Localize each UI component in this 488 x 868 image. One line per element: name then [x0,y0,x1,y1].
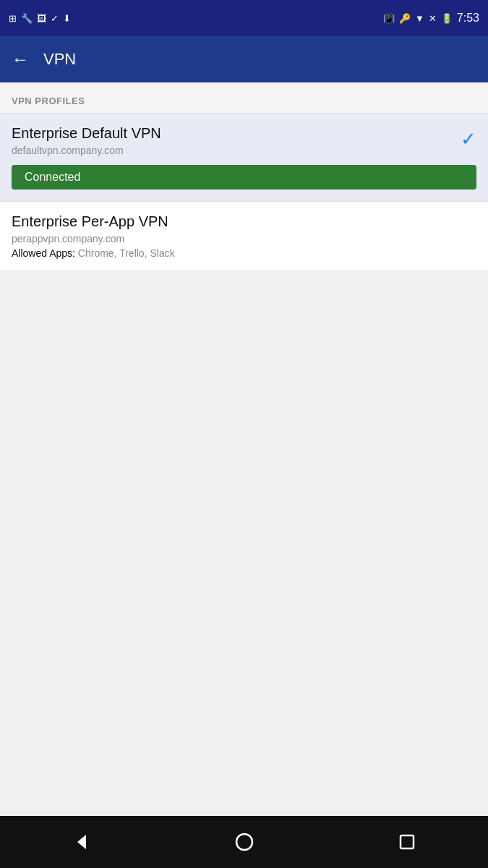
wrench-icon: 🔧 [21,13,33,24]
vpn-profile-default[interactable]: Enterprise Default VPN defaultvpn.compan… [0,114,488,201]
status-bar: ⊞ 🔧 🖼 ✓ ⬇ 📳 🔑 ▼ ✕ 🔋 7:53 [0,0,488,36]
vpn-profile-perapp-name: Enterprise Per-App VPN [12,213,175,230]
image-icon: 🖼 [37,13,46,24]
section-header: VPN PROFILES [0,82,488,113]
svg-marker-0 [77,835,86,849]
vpn-profile-default-header: Enterprise Default VPN defaultvpn.compan… [12,125,476,156]
allowed-apps-label: Allowed Apps: [12,247,75,259]
back-nav-button[interactable] [64,825,99,859]
vpn-profile-perapp-url: perappvpn.company.com [12,233,175,244]
recents-nav-button[interactable] [390,825,424,859]
bottom-divider [0,271,488,271]
vpn-profile-default-name: Enterprise Default VPN [12,125,161,142]
wifi-icon: ▼ [415,13,424,24]
app-bar-title: VPN [43,50,76,69]
status-bar-left: ⊞ 🔧 🖼 ✓ ⬇ [9,13,71,24]
bottom-nav [0,816,488,868]
vpn-profile-default-info: Enterprise Default VPN defaultvpn.compan… [12,125,161,156]
vpn-profile-perapp-header: Enterprise Per-App VPN perappvpn.company… [12,213,476,259]
connected-badge[interactable]: Connected [12,165,476,190]
back-button[interactable]: ← [12,49,29,69]
vpn-profile-perapp-info: Enterprise Per-App VPN perappvpn.company… [12,213,175,259]
svg-rect-2 [401,835,414,848]
status-bar-right: 📳 🔑 ▼ ✕ 🔋 7:53 [383,12,479,25]
vpn-profile-default-url: defaultvpn.company.com [12,145,161,156]
battery-icon: 🔋 [441,13,453,24]
vibrate-icon: 📳 [383,13,395,24]
check-icon: ✓ [51,13,59,24]
allowed-apps-value: Chrome, Trello, Slack [75,247,175,259]
status-time: 7:53 [457,12,479,25]
svg-point-1 [236,834,252,850]
home-nav-button[interactable] [227,825,262,859]
app-bar: ← VPN [0,36,488,82]
section-label: VPN PROFILES [12,95,85,106]
download-icon: ⬇ [63,13,71,24]
grid-icon: ⊞ [9,13,17,24]
key-icon: 🔑 [399,13,411,24]
vpn-connected-checkmark: ✓ [461,128,476,150]
signal-blocked-icon: ✕ [429,13,437,24]
allowed-apps-row: Allowed Apps: Chrome, Trello, Slack [12,247,175,259]
vpn-profile-perapp[interactable]: Enterprise Per-App VPN perappvpn.company… [0,202,488,271]
